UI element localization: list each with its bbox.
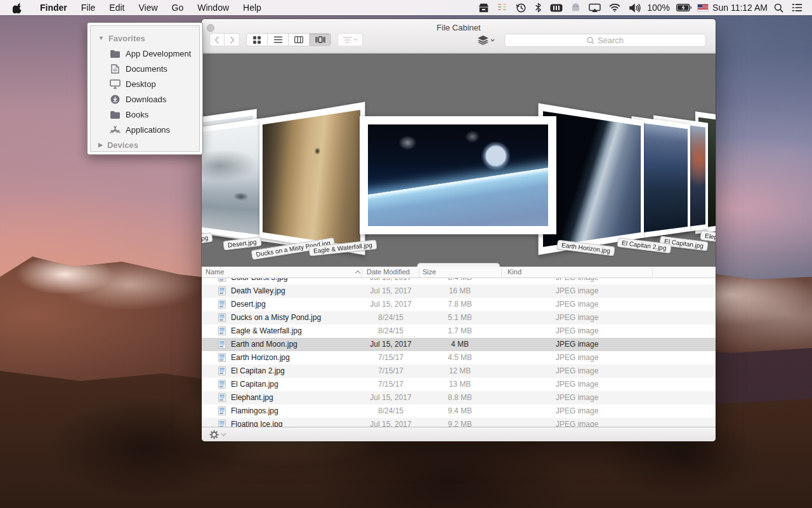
menu-item-go[interactable]: Go <box>165 3 191 13</box>
notification-center-icon[interactable] <box>790 3 804 12</box>
search-placeholder: Search <box>598 36 624 45</box>
menu-item-window[interactable]: Window <box>190 3 236 13</box>
file-row[interactable]: El Capitan 2.jpg 7/15/17 12 MB JPEG imag… <box>202 364 716 378</box>
column-view-button[interactable] <box>289 34 310 46</box>
file-name: El Capitan.jpg <box>231 380 278 389</box>
menu-item-edit[interactable]: Edit <box>102 3 131 13</box>
file-size: 5.1 MB <box>419 313 501 322</box>
devices-label: Devices <box>107 140 138 150</box>
view-mode-switcher <box>246 33 331 46</box>
file-size: 7.8 MB <box>419 300 501 309</box>
chevron-down-icon[interactable]: ▼ <box>98 35 104 41</box>
bluetooth-icon[interactable] <box>533 3 544 13</box>
forward-button[interactable] <box>225 33 240 46</box>
column-divider[interactable] <box>501 268 502 277</box>
input-source-flag-icon[interactable] <box>698 4 708 11</box>
airplay-display-icon[interactable] <box>587 3 603 13</box>
sidebar-item-label: Documents <box>126 64 167 74</box>
column-header-kind[interactable]: Kind <box>508 268 521 276</box>
jpeg-file-icon <box>218 300 226 309</box>
sidebar-item-app-development[interactable]: App Development <box>90 46 200 61</box>
file-row[interactable]: Color Burst 3.jpg Jul 15, 2017 8.4 MB JP… <box>202 278 716 284</box>
time-machine-icon[interactable] <box>514 3 528 13</box>
column-header-date-modified[interactable]: Date Modified <box>367 268 410 276</box>
menu-item-view[interactable]: View <box>131 3 164 13</box>
sidebar-item-downloads[interactable]: Downloads <box>90 91 200 107</box>
jpeg-file-icon <box>218 366 226 375</box>
sidebar-popover: ▼ Favorites App Development Documents De… <box>88 23 202 154</box>
sidebar-item-label: Applications <box>126 125 170 135</box>
window-status-bar <box>202 427 716 441</box>
menu-item-help[interactable]: Help <box>236 3 268 13</box>
coverflow-area[interactable]: Death Valley.jpg Desert.jpg Ducks on a M… <box>202 53 716 267</box>
chevron-right-icon[interactable]: ▶ <box>98 142 103 148</box>
earth-and-moon-thumbnail <box>368 124 548 226</box>
action-layers-menu-button[interactable] <box>473 34 499 46</box>
file-date: Jul 15, 2017 <box>363 278 418 282</box>
coverflow-label-death-valley: Death Valley.jpg <box>202 232 213 248</box>
file-row[interactable]: Elephant.jpg Jul 15, 2017 8.8 MB JPEG im… <box>202 391 716 404</box>
sidebar-section-devices[interactable]: ▶ Devices <box>90 137 200 152</box>
list-view-button[interactable] <box>268 34 289 46</box>
column-header-name[interactable]: Name <box>206 268 224 276</box>
file-row[interactable]: Earth Horizon.jpg 7/15/17 4.5 MB JPEG im… <box>202 351 716 364</box>
sidebar-item-documents[interactable]: Documents <box>90 61 200 76</box>
column-divider[interactable] <box>419 268 419 277</box>
spotlight-search-icon[interactable] <box>772 3 785 13</box>
menu-item-file[interactable]: File <box>74 3 103 13</box>
file-kind: JPEG image <box>556 300 598 309</box>
favorites-label: Favorites <box>108 34 145 43</box>
arrange-menu-button[interactable] <box>337 33 363 46</box>
coverflow-item-eagle[interactable] <box>259 102 365 255</box>
sidebar-item-applications[interactable]: Applications <box>90 122 200 137</box>
jpeg-file-icon <box>218 406 226 415</box>
file-name: Floating Ice.jpg <box>231 420 282 427</box>
icon-view-button[interactable] <box>247 34 268 46</box>
file-row[interactable]: Flamingos.jpg 8/24/15 9.4 MB JPEG image <box>202 404 716 418</box>
window-title: File Cabinet <box>202 23 716 32</box>
file-name: Earth and Moon.jpg <box>231 340 298 349</box>
gear-menu-chevron-icon[interactable] <box>221 431 226 436</box>
applications-icon <box>110 124 121 135</box>
file-row[interactable]: Desert.jpg Jul 15, 2017 7.8 MB JPEG imag… <box>202 298 716 311</box>
keyboard-brightness-icon[interactable] <box>548 4 565 12</box>
file-size: 12 MB <box>419 366 501 375</box>
file-cabinet-menu-icon[interactable] <box>476 3 491 13</box>
back-button[interactable] <box>209 33 225 46</box>
gear-icon[interactable] <box>209 430 219 439</box>
file-row-selected[interactable]: Earth and Moon.jpg Jul 15, 2017 4 MB JPE… <box>202 338 716 351</box>
jpeg-file-icon <box>218 313 226 322</box>
ghost-app-icon[interactable] <box>569 3 582 13</box>
sidebar-item-books[interactable]: Books <box>90 107 200 122</box>
file-kind: JPEG image <box>556 353 598 362</box>
apple-menu-icon[interactable] <box>0 3 33 13</box>
list-header: Name Date Modified Size Kind <box>202 267 716 278</box>
sidebar-item-desktop[interactable]: Desktop <box>90 76 200 91</box>
file-size: 9.4 MB <box>419 406 501 415</box>
file-date: Jul 15, 2017 <box>363 286 418 295</box>
window-titlebar[interactable]: File Cabinet <box>202 19 716 53</box>
coverflow-item-earth-and-moon-selected[interactable] <box>360 116 556 234</box>
volume-icon[interactable] <box>627 3 643 13</box>
battery-charging-icon[interactable] <box>674 4 693 11</box>
search-input[interactable]: Search <box>504 34 706 47</box>
file-row[interactable]: Death Valley.jpg Jul 15, 2017 16 MB JPEG… <box>202 284 716 298</box>
column-header-size[interactable]: Size <box>422 268 436 276</box>
file-row[interactable]: El Capitan.jpg 7/15/17 13 MB JPEG image <box>202 378 716 391</box>
menu-item-finder[interactable]: Finder <box>33 3 74 13</box>
file-size: 13 MB <box>419 380 501 389</box>
file-row[interactable]: Eagle & Waterfall.jpg 8/24/15 1.7 MB JPE… <box>202 324 716 338</box>
column-divider[interactable] <box>652 268 653 277</box>
file-row[interactable]: Floating Ice.jpg Jul 15, 2017 9.2 MB JPE… <box>202 418 716 427</box>
coverflow-view-button[interactable] <box>310 34 331 46</box>
column-divider[interactable] <box>362 268 362 277</box>
file-size: 1.7 MB <box>419 326 501 335</box>
file-row[interactable]: Ducks on a Misty Pond.jpg 8/24/15 5.1 MB… <box>202 311 716 324</box>
activity-status-icon[interactable] <box>495 3 509 12</box>
sidebar-section-favorites[interactable]: ▼ Favorites <box>90 30 200 46</box>
search-icon <box>587 37 594 44</box>
sidebar-item-label: App Development <box>126 49 191 58</box>
wifi-icon[interactable] <box>607 3 622 12</box>
file-list[interactable]: Color Burst 3.jpg Jul 15, 2017 8.4 MB JP… <box>202 278 716 427</box>
menu-bar-clock[interactable]: Sun 11:12 AM <box>712 3 768 13</box>
